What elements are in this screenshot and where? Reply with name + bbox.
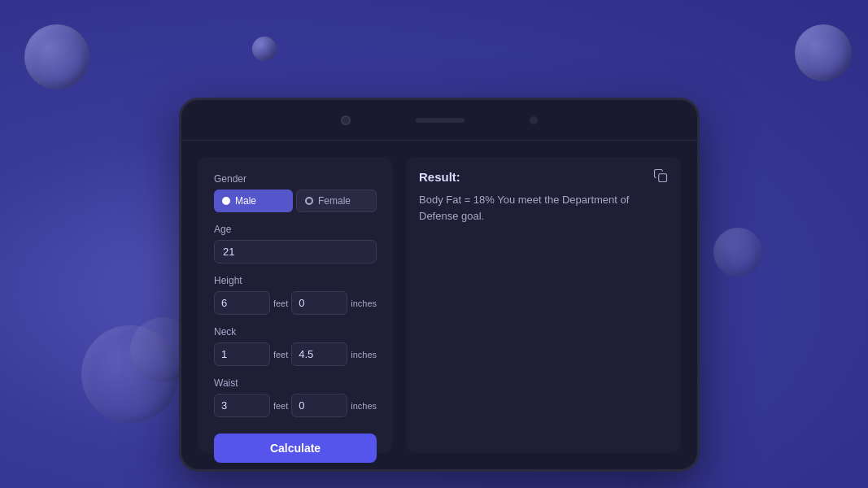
height-inches-input[interactable] [291, 291, 347, 315]
female-label: Female [318, 195, 351, 207]
neck-feet-unit: feet [273, 350, 288, 359]
tablet-speaker [416, 118, 465, 123]
svg-rect-0 [659, 174, 667, 182]
waist-field-group: Waist feet inches [214, 377, 377, 417]
result-panel: Result: Body Fat = 18% You meet the Depa… [406, 157, 681, 453]
neck-feet-input[interactable] [214, 342, 270, 366]
height-measure-row: feet inches [214, 291, 377, 315]
sphere-decoration [252, 37, 277, 61]
tablet-content: Gender Male Female Age [181, 141, 697, 469]
copy-icon[interactable] [653, 168, 670, 185]
waist-label: Waist [214, 377, 377, 389]
female-radio-dot [305, 197, 313, 205]
age-field-group: Age [214, 224, 377, 264]
neck-measure-row: feet inches [214, 342, 377, 366]
height-label: Height [214, 275, 377, 286]
age-label: Age [214, 224, 377, 235]
sphere-decoration [713, 228, 762, 277]
male-label: Male [235, 195, 256, 207]
copy-svg [653, 168, 668, 183]
male-button[interactable]: Male [214, 190, 293, 212]
tablet-camera [341, 115, 351, 125]
waist-inches-unit: inches [351, 401, 377, 411]
height-feet-input[interactable] [214, 291, 270, 315]
result-title: Result: [419, 170, 668, 184]
calculate-button[interactable]: Calculate [214, 434, 377, 463]
tablet-mic [530, 116, 538, 124]
height-feet-unit: feet [273, 298, 288, 308]
waist-inches-input[interactable] [291, 394, 347, 417]
tablet-top-bar [181, 100, 697, 141]
male-radio-dot [222, 197, 230, 205]
gender-toggle: Male Female [214, 190, 377, 212]
sphere-decoration [795, 24, 852, 81]
form-panel: Gender Male Female Age [198, 157, 393, 453]
neck-inches-unit: inches [351, 350, 377, 359]
waist-measure-row: feet inches [214, 394, 377, 417]
height-inches-unit: inches [351, 298, 377, 308]
gender-field-group: Gender Male Female [214, 173, 377, 212]
result-text: Body Fat = 18% You meet the Department o… [419, 192, 668, 224]
waist-feet-input[interactable] [214, 394, 270, 417]
waist-feet-unit: feet [273, 401, 288, 411]
neck-field-group: Neck feet inches [214, 326, 377, 366]
female-button[interactable]: Female [296, 190, 377, 212]
neck-inches-input[interactable] [291, 342, 347, 366]
age-input[interactable] [214, 240, 377, 264]
gender-label: Gender [214, 173, 377, 185]
tablet-device: Gender Male Female Age [179, 98, 700, 472]
neck-label: Neck [214, 326, 377, 338]
sphere-decoration [24, 24, 89, 89]
height-field-group: Height feet inches [214, 275, 377, 315]
